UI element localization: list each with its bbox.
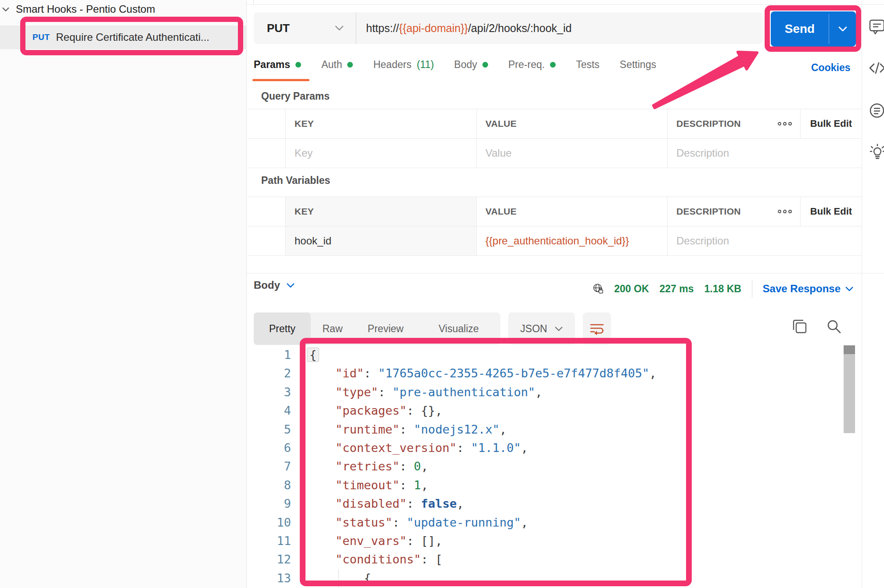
send-options-caret[interactable] xyxy=(829,11,856,47)
tab-pre-request[interactable]: Pre-req. xyxy=(508,59,556,71)
bulk-edit-button[interactable]: Bulk Edit xyxy=(800,109,862,138)
line-number: 8 xyxy=(246,476,291,495)
line-number: 7 xyxy=(246,457,291,476)
tab-label: Pre-req. xyxy=(508,59,545,71)
description-input[interactable]: Description xyxy=(667,139,862,168)
view-tab-visualize[interactable]: Visualize xyxy=(417,312,500,345)
send-button-label[interactable]: Send xyxy=(771,11,829,47)
response-status[interactable]: 200 OK xyxy=(614,283,649,295)
more-dots-icon xyxy=(777,122,792,126)
more-options-button[interactable] xyxy=(769,109,800,138)
description-input[interactable]: Description xyxy=(667,226,862,255)
request-url-bar: PUT https://{{api-domain}}/api/2/hooks/:… xyxy=(254,12,762,44)
response-body-label: Body xyxy=(254,279,280,291)
code-snippet-button[interactable] xyxy=(868,59,884,78)
search-icon xyxy=(826,318,842,335)
value-input[interactable]: Value xyxy=(476,139,667,168)
line-number: 12 xyxy=(246,550,291,569)
code-icon xyxy=(868,59,884,78)
select-column-header xyxy=(248,109,285,138)
line-number: 2 xyxy=(246,364,291,383)
url-prefix: https:// xyxy=(366,22,399,34)
sidebar: Smart Hooks - Pentio Custom PUT Require … xyxy=(0,0,247,588)
active-tab-underline xyxy=(252,79,309,81)
request-info-button[interactable] xyxy=(868,102,884,121)
bulk-edit-button[interactable]: Bulk Edit xyxy=(800,197,862,226)
response-section-divider xyxy=(247,273,884,273)
response-body-dropdown[interactable]: Body xyxy=(254,279,295,291)
line-number: 10 xyxy=(246,513,291,532)
cookies-link[interactable]: Cookies xyxy=(811,62,850,74)
url-variable: {{api-domain}} xyxy=(399,22,468,34)
chevron-down-icon[interactable] xyxy=(1,4,11,14)
tab-params[interactable]: Params xyxy=(254,59,301,71)
path-variable-key[interactable]: hook_id xyxy=(285,226,476,255)
code-line: "env_vars": [], xyxy=(307,532,683,550)
table-header-row: KEY VALUE DESCRIPTION Bulk Edit xyxy=(248,109,862,139)
response-size[interactable]: 1.18 KB xyxy=(704,283,741,295)
right-strip-divider xyxy=(862,0,862,588)
key-column-header: KEY xyxy=(285,197,476,226)
tab-label: Body xyxy=(454,59,477,71)
key-column-header: KEY xyxy=(285,109,476,138)
wrap-lines-button[interactable] xyxy=(583,312,611,345)
code-line: "id": "1765a0cc-2355-4265-b7e5-e7f477d8f… xyxy=(307,364,683,383)
table-row: Key Value Description xyxy=(248,139,862,168)
path-variable-value[interactable]: {{pre_authentication_hook_id}} xyxy=(476,226,667,255)
line-number: 9 xyxy=(246,495,291,513)
view-tab-preview[interactable]: Preview xyxy=(354,312,417,345)
key-input[interactable]: Key xyxy=(285,139,476,168)
more-options-button[interactable] xyxy=(769,197,800,226)
response-scrollbar-thumb[interactable] xyxy=(844,345,855,354)
format-dropdown[interactable]: JSON xyxy=(508,312,575,345)
green-dot-icon xyxy=(482,62,488,68)
code-line: "runtime": "nodejs12.x", xyxy=(307,420,683,439)
line-number: 3 xyxy=(246,383,291,402)
sidebar-collection-row[interactable]: Smart Hooks - Pentio Custom xyxy=(0,2,246,17)
sidebar-request-item[interactable]: PUT Require Certificate Authenticati... xyxy=(32,25,209,49)
tab-settings[interactable]: Settings xyxy=(620,59,656,71)
description-column-header: DESCRIPTION xyxy=(667,109,769,138)
search-response-button[interactable] xyxy=(824,317,844,336)
lightbulb-icon xyxy=(868,143,884,162)
postman-app-window: Smart Hooks - Pentio Custom PUT Require … xyxy=(0,0,884,588)
line-number: 13 xyxy=(246,569,291,588)
response-time[interactable]: 227 ms xyxy=(660,283,694,295)
line-number: 5 xyxy=(246,420,291,439)
code-line: "timeout": 1, xyxy=(307,476,683,495)
comment-icon xyxy=(868,18,884,37)
tips-button[interactable] xyxy=(868,143,884,162)
code-line: "type": "pre-authentication", xyxy=(307,383,683,402)
method-dropdown[interactable]: PUT xyxy=(254,12,356,44)
response-scrollbar-track[interactable] xyxy=(844,345,855,433)
globe-lock-icon[interactable] xyxy=(593,280,604,298)
tab-label: Auth xyxy=(321,59,342,71)
response-code-lines[interactable]: { "id": "1765a0cc-2355-4265-b7e5-e7f477d… xyxy=(307,346,683,588)
save-response-button[interactable]: Save Response xyxy=(763,283,854,295)
url-input[interactable]: https://{{api-domain}}/api/2/hooks/:hook… xyxy=(366,22,571,35)
tab-headers[interactable]: Headers(11) xyxy=(373,59,434,71)
tab-label: Tests xyxy=(576,59,600,71)
code-line: "packages": {}, xyxy=(307,402,683,420)
copy-response-button[interactable] xyxy=(790,317,809,336)
wrap-lines-icon xyxy=(589,322,604,335)
row-select-cell[interactable] xyxy=(248,226,285,255)
tab-auth[interactable]: Auth xyxy=(321,59,353,71)
save-response-label: Save Response xyxy=(763,283,841,295)
copy-icon xyxy=(791,318,808,335)
url-bar-divider xyxy=(356,12,356,44)
url-path: /api/2/hooks/:hook_id xyxy=(468,22,571,34)
meta-divider xyxy=(752,280,752,298)
row-select-cell[interactable] xyxy=(248,139,285,168)
code-line: "disabled": false, xyxy=(307,495,683,513)
request-name: Require Certificate Authenticati... xyxy=(56,31,210,43)
line-number: 11 xyxy=(246,532,291,550)
view-tab-raw[interactable]: Raw xyxy=(311,312,354,345)
send-button[interactable]: Send xyxy=(771,11,856,47)
tab-tests[interactable]: Tests xyxy=(576,59,600,71)
response-code-gutter: 12345678910111213 xyxy=(246,346,291,588)
documentation-comment-button[interactable] xyxy=(868,18,884,37)
tab-body[interactable]: Body xyxy=(454,59,488,71)
line-number: 6 xyxy=(246,439,291,457)
view-tab-pretty[interactable]: Pretty xyxy=(254,312,311,345)
